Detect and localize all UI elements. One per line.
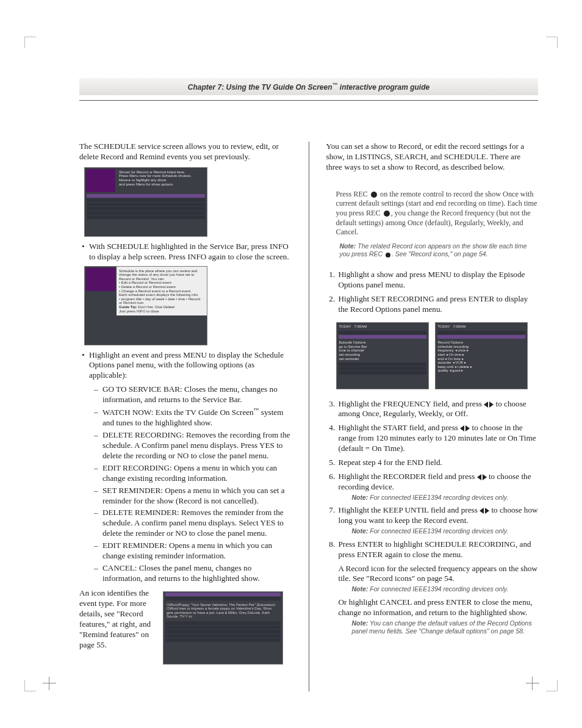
right-column: You can set a show to Record, or edit th… bbox=[326, 142, 539, 691]
opt-delrec: DELETE RECORDING: Removes the recording … bbox=[94, 430, 292, 461]
step-8: Press ENTER to highlight SCHEDULE RECORD… bbox=[337, 539, 539, 636]
right-arrow-icon bbox=[483, 474, 487, 480]
step-3: Highlight the FREQUENCY field, and press… bbox=[337, 399, 539, 420]
step-5: Repeat step 4 for the END field. bbox=[337, 458, 539, 468]
step-7: Highlight the KEEP UNTIL field and press… bbox=[337, 505, 539, 535]
content-columns: The SCHEDULE service screen allows you t… bbox=[79, 142, 538, 691]
rec-dot-icon bbox=[384, 211, 390, 217]
chapter-title: Chapter 7: Using the TV Guide On Screen™… bbox=[79, 78, 538, 95]
crop-mark bbox=[24, 680, 36, 691]
note-6: Note: For connected IEEE1394 recording d… bbox=[352, 494, 539, 502]
method-a: Press REC on the remote control to recor… bbox=[326, 190, 539, 259]
right-intro: You can set a show to Record, or edit th… bbox=[326, 142, 539, 173]
crop-mark bbox=[546, 37, 558, 48]
bullet-menu: Highlight an event and press MENU to dis… bbox=[79, 350, 292, 381]
step-2: Highlight SET RECORDING and press ENTER … bbox=[337, 294, 539, 315]
icon-caption: An icon identifies the event type. For m… bbox=[79, 588, 156, 651]
opt-servicebar: GO TO SERVICE BAR: Closes the menu, chan… bbox=[94, 384, 292, 405]
screenshot-record-options: TODAY 7:00AM Record Optionsschedule reco… bbox=[435, 322, 528, 389]
rec-dot-icon bbox=[371, 192, 377, 198]
crop-mark bbox=[24, 37, 36, 48]
screenshot-episode-options: TODAY 7:00AM Episode Optionsgo to Servic… bbox=[336, 322, 429, 389]
opt-watchnow: WATCH NOW: Exits the TV Guide On Screen™… bbox=[94, 407, 292, 428]
note-8a: Note: For connected IEEE1394 recording d… bbox=[352, 585, 539, 594]
step-6: Highlight the RECORDER field and press t… bbox=[337, 472, 539, 502]
chapter-text: Chapter 7: Using the TV Guide On Screen bbox=[188, 83, 332, 92]
step-1: Highlight a show and press MENU to displ… bbox=[337, 270, 539, 290]
rec-dot-icon bbox=[386, 253, 390, 258]
opt-delrem: DELETE REMINDER: Removes the reminder fr… bbox=[94, 508, 292, 539]
header-rule bbox=[79, 100, 538, 101]
bullet-info: With SCHEDULE highlighted in the Service… bbox=[79, 242, 292, 262]
register-mark bbox=[43, 677, 56, 690]
intro-text: The SCHEDULE service screen allows you t… bbox=[79, 142, 292, 162]
screenshot-schedule: Shown for Record or Remind listed here.P… bbox=[84, 167, 207, 237]
note-a: Note: The related Record icon appears on… bbox=[340, 242, 539, 259]
screenshot-help: Schedule is the place where you can revi… bbox=[84, 266, 207, 345]
opt-editrec: EDIT RECORDING: Opens a menu in which yo… bbox=[94, 463, 292, 484]
left-arrow-icon bbox=[480, 508, 484, 514]
opt-editrem: EDIT REMINDER: Opens a menu in which you… bbox=[94, 541, 292, 561]
chapter-suffix: interactive program guide bbox=[338, 83, 430, 92]
screenshot-icons: Clifford/Puppy "Your Secret Valentine; T… bbox=[163, 591, 283, 665]
left-arrow-icon bbox=[484, 402, 488, 408]
trademark: ™ bbox=[332, 82, 338, 88]
column-divider bbox=[309, 142, 309, 691]
left-arrow-icon bbox=[460, 425, 464, 431]
left-column: The SCHEDULE service screen allows you t… bbox=[79, 142, 292, 691]
note-7: Note: For connected IEEE1394 recording d… bbox=[352, 527, 539, 536]
step-4: Highlight the START field, and press to … bbox=[337, 423, 539, 454]
opt-setrem: SET REMINDER: Opens a menu in which you … bbox=[94, 486, 292, 506]
left-arrow-icon bbox=[477, 474, 481, 480]
opt-cancel: CANCEL: Closes the panel menu, changes n… bbox=[94, 563, 292, 584]
note-8b: Note: You can change the default values … bbox=[352, 619, 539, 636]
method-b: Highlight a show and press MENU to displ… bbox=[326, 270, 539, 636]
crop-mark bbox=[546, 680, 558, 691]
page-header: Chapter 7: Using the TV Guide On Screen™… bbox=[79, 78, 538, 101]
